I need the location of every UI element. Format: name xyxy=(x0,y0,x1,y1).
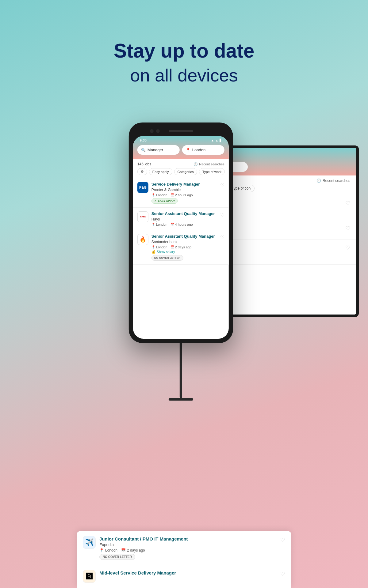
phone-base xyxy=(169,398,193,401)
bottom-company-expedia: Expedia xyxy=(99,542,188,547)
job-time-1: 📅 2 hours ago xyxy=(171,193,193,197)
job-location-2: 📍 London xyxy=(151,223,167,226)
bottom-card-expedia[interactable]: ✈️ Junior Consultant / PMO IT Management… xyxy=(77,531,291,565)
bottom-job-info-expedia: Junior Consultant / PMO IT Management Ex… xyxy=(99,536,188,560)
pin-icon-3: 📍 xyxy=(151,245,155,249)
location-search-bar[interactable]: 📍 London xyxy=(182,145,224,155)
bottom-location-expedia: 📍 London xyxy=(99,548,117,552)
screen-body: 146 jobs 🕐 Recent searches ⚙ Easy apply … xyxy=(133,159,229,265)
tablet-heart-2[interactable]: ♡ xyxy=(345,225,350,232)
wifi-icon: ▲ xyxy=(211,139,214,142)
filter-chip-type-work[interactable]: Type of work xyxy=(199,168,225,175)
phone-stand xyxy=(180,343,182,398)
company-name-2: Hays xyxy=(151,217,224,221)
job-time-3: 📅 2 days ago xyxy=(171,245,192,249)
phone-device: 9:30 ▲ ▲ ▋ 🔍 Manager 📍 London xyxy=(129,123,233,343)
heart-button-3[interactable]: ♡ xyxy=(220,235,224,240)
filter-chip-categories[interactable]: Categories xyxy=(174,168,197,175)
search-bars: 🔍 Manager 📍 London xyxy=(137,145,224,155)
job-card-3-header: 🔥 Senior Assistant Quality Manager Santa… xyxy=(137,234,224,261)
pin-icon-2: 📍 xyxy=(151,223,155,226)
job-time-2: 📅 4 hours ago xyxy=(171,223,193,226)
tablet-heart-3[interactable]: ♡ xyxy=(345,244,350,251)
job-title-1: Service Delivery Manager xyxy=(151,182,224,187)
job-title-3: Senior Assistant Quality Manager xyxy=(151,234,224,239)
bottom-job-info-amazon: Mid-level Service Delivery Manager xyxy=(99,570,176,576)
job-location-3: 📍 London xyxy=(151,245,167,249)
company-name-1: Procter & Gamble xyxy=(151,188,224,192)
heart-button-2[interactable]: ♡ xyxy=(220,212,224,218)
status-time: 9:30 xyxy=(140,138,147,142)
bottom-meta-expedia: 📍 London 📅 2 days ago xyxy=(99,548,188,552)
status-icons: ▲ ▲ ▋ xyxy=(211,139,222,142)
results-count: 146 jobs xyxy=(137,162,151,166)
pin-icon-expedia: 📍 xyxy=(99,548,104,552)
job-search-value: Manager xyxy=(148,148,163,152)
filter-chip-adjust[interactable]: ⚙ xyxy=(137,168,147,175)
checkmark-icon: ✓ xyxy=(154,199,157,202)
job-info-2: Senior Assistant Quality Manager Hays 📍 … xyxy=(151,211,224,226)
location-search-value: London xyxy=(192,148,205,152)
job-card-2-header: HAYS Senior Assistant Quality Manager Ha… xyxy=(137,211,224,226)
bottom-card-amazon[interactable]: 🅰 Mid-level Service Delivery Manager ♡ xyxy=(77,565,291,588)
tablet-heart-1[interactable]: ♡ xyxy=(345,200,350,207)
phone-notch xyxy=(133,127,229,135)
job-card-2[interactable]: HAYS Senior Assistant Quality Manager Ha… xyxy=(133,208,229,230)
easy-apply-badge-1: ✓ EASY APPLY xyxy=(151,198,178,204)
bottom-job-title-expedia: Junior Consultant / PMO IT Management xyxy=(99,536,188,542)
heart-button-expedia[interactable]: ♡ xyxy=(280,537,285,543)
calendar-icon-3: 📅 xyxy=(171,245,174,249)
job-meta-1: 📍 London 📅 2 hours ago xyxy=(151,193,224,197)
no-cover-badge-expedia: NO COVER LETTER xyxy=(99,554,135,560)
job-card-1-header: P&G Service Delivery Manager Procter & G… xyxy=(137,182,224,204)
company-logo-expedia: ✈️ xyxy=(83,536,96,549)
company-name-3: Santander bank xyxy=(151,240,224,244)
job-meta-2: 📍 London 📅 4 hours ago xyxy=(151,223,224,226)
calendar-icon-1: 📅 xyxy=(171,193,174,197)
pin-icon-1: 📍 xyxy=(151,193,155,197)
camera-left-icon xyxy=(150,129,154,133)
calendar-icon-2: 📅 xyxy=(171,223,174,226)
job-title-2: Senior Assistant Quality Manager xyxy=(151,211,224,217)
no-cover-badge-3: NO COVER LETTER xyxy=(151,255,183,261)
hero-section: Stay up to date on all devices xyxy=(0,0,368,85)
calendar-icon-expedia: 📅 xyxy=(121,548,126,552)
hero-title-line1: Stay up to date xyxy=(0,40,368,62)
heart-button-amazon[interactable]: ♡ xyxy=(280,571,285,577)
phone-mockup: 9:30 ▲ ▲ ▋ 🔍 Manager 📍 London xyxy=(129,123,233,401)
results-bar: 146 jobs 🕐 Recent searches xyxy=(133,159,229,168)
phone-speaker xyxy=(169,130,193,132)
show-salary-button[interactable]: 💰 Show salary xyxy=(151,250,224,254)
bottom-time-expedia: 📅 2 days ago xyxy=(121,548,145,552)
location-icon: 📍 xyxy=(186,148,190,152)
job-location-1: 📍 London xyxy=(151,193,167,197)
job-info-1: Service Delivery Manager Procter & Gambl… xyxy=(151,182,224,204)
filter-chip-easy-apply[interactable]: Easy apply xyxy=(149,168,172,175)
job-info-3: Senior Assistant Quality Manager Santand… xyxy=(151,234,224,261)
salary-icon: 💰 xyxy=(151,250,156,254)
signal-icon: ▲ xyxy=(215,139,218,142)
company-logo-hays: HAYS xyxy=(137,211,148,222)
job-meta-3: 📍 London 📅 2 days ago xyxy=(151,245,224,249)
clock-icon: 🕐 xyxy=(316,179,321,183)
job-card-3[interactable]: 🔥 Senior Assistant Quality Manager Santa… xyxy=(133,230,229,265)
phone-screen: 9:30 ▲ ▲ ▋ 🔍 Manager 📍 London xyxy=(133,136,229,339)
company-logo-santander: 🔥 xyxy=(137,234,148,245)
clock-icon-small: 🕐 xyxy=(194,162,198,166)
recent-searches-button[interactable]: 🕐 Recent searches xyxy=(194,162,224,166)
screen-header: 9:30 ▲ ▲ ▋ 🔍 Manager 📍 London xyxy=(133,136,229,159)
job-card-1[interactable]: P&G Service Delivery Manager Procter & G… xyxy=(133,178,229,208)
battery-icon: ▋ xyxy=(220,139,222,142)
company-logo-pg: P&G xyxy=(137,182,148,193)
filter-chips: ⚙ Easy apply Categories Type of work xyxy=(133,168,229,178)
search-icon: 🔍 xyxy=(141,148,146,152)
camera-right-icon xyxy=(156,129,160,133)
hero-title-line2: on all devices xyxy=(0,65,368,85)
adjust-icon: ⚙ xyxy=(141,170,144,174)
bottom-job-title-amazon: Mid-level Service Delivery Manager xyxy=(99,570,176,576)
tablet-recent-searches[interactable]: 🕐 Recent searches xyxy=(316,179,350,183)
bottom-cards-section: ✈️ Junior Consultant / PMO IT Management… xyxy=(77,531,291,588)
company-logo-amazon: 🅰 xyxy=(83,570,96,583)
job-search-bar[interactable]: 🔍 Manager xyxy=(137,145,180,155)
heart-button-1[interactable]: ♡ xyxy=(220,183,224,188)
